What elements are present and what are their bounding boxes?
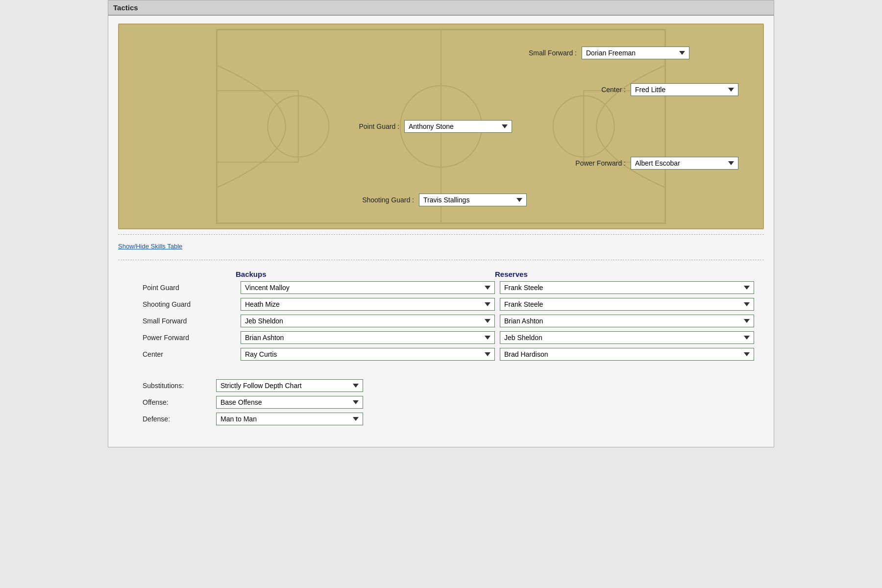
- sg-label: Shooting Guard :: [345, 196, 414, 204]
- depth-pg-reserve-select[interactable]: Frank Steele: [500, 281, 754, 294]
- defense-row: Defense: Man to Man: [128, 413, 754, 425]
- window-title: Tactics: [113, 3, 138, 12]
- depth-sg-row: Shooting Guard Heath Mize Frank Steele: [128, 298, 754, 311]
- court-section: Small Forward : Dorian Freeman Center : …: [118, 24, 764, 229]
- depth-chart-section: Backups Reserves Point Guard Vincent Mal…: [118, 265, 764, 374]
- depth-pf-label: Power Forward: [128, 334, 236, 342]
- main-window: Tactics: [108, 0, 774, 447]
- sf-label: Small Forward :: [508, 49, 577, 57]
- divider-2: [118, 260, 764, 260]
- c-select[interactable]: Fred Little: [631, 83, 738, 96]
- pf-select[interactable]: Albert Escobar: [631, 157, 738, 170]
- backups-header: Backups: [236, 270, 495, 278]
- depth-sf-row: Small Forward Jeb Sheldon Brian Ashton: [128, 315, 754, 327]
- show-hide-skills-link[interactable]: Show/Hide Skills Table: [118, 243, 182, 250]
- content-area: Small Forward : Dorian Freeman Center : …: [108, 16, 774, 447]
- starter-pg-row: Point Guard : Anthony Stone: [118, 120, 748, 133]
- reserves-header: Reserves: [495, 270, 754, 278]
- substitutions-select[interactable]: Strictly Follow Depth Chart: [216, 379, 363, 392]
- depth-c-row: Center Ray Curtis Brad Hardison: [128, 348, 754, 361]
- defense-select[interactable]: Man to Man: [216, 413, 363, 425]
- pg-select[interactable]: Anthony Stone: [404, 120, 512, 133]
- substitutions-label: Substitutions:: [128, 382, 211, 390]
- starter-pf-row: Power Forward : Albert Escobar: [134, 157, 738, 170]
- depth-sf-reserve-select[interactable]: Brian Ashton: [500, 315, 754, 327]
- title-bar: Tactics: [108, 0, 774, 16]
- depth-sf-label: Small Forward: [128, 317, 236, 325]
- substitutions-row: Substitutions: Strictly Follow Depth Cha…: [128, 379, 754, 392]
- sf-select[interactable]: Dorian Freeman: [582, 47, 689, 59]
- offense-label: Offense:: [128, 398, 211, 406]
- depth-pf-reserve-select[interactable]: Jeb Sheldon: [500, 331, 754, 344]
- starter-sg-row: Shooting Guard : Travis Stallings: [124, 194, 748, 206]
- sub-options-section: Substitutions: Strictly Follow Depth Cha…: [118, 374, 764, 439]
- depth-sg-backup-select[interactable]: Heath Mize: [241, 298, 495, 311]
- pg-label: Point Guard :: [331, 122, 399, 130]
- depth-c-backup-select[interactable]: Ray Curtis: [241, 348, 495, 361]
- divider-1: [118, 234, 764, 235]
- sg-select[interactable]: Travis Stallings: [419, 194, 527, 206]
- depth-c-reserve-select[interactable]: Brad Hardison: [500, 348, 754, 361]
- depth-pf-row: Power Forward Brian Ashton Jeb Sheldon: [128, 331, 754, 344]
- depth-pf-backup-select[interactable]: Brian Ashton: [241, 331, 495, 344]
- starter-sf-row: Small Forward : Dorian Freeman: [134, 47, 689, 59]
- depth-pg-label: Point Guard: [128, 284, 236, 292]
- c-label: Center :: [557, 86, 626, 94]
- depth-sg-label: Shooting Guard: [128, 300, 236, 308]
- depth-pg-backup-select[interactable]: Vincent Malloy: [241, 281, 495, 294]
- depth-pg-row: Point Guard Vincent Malloy Frank Steele: [128, 281, 754, 294]
- depth-sg-reserve-select[interactable]: Frank Steele: [500, 298, 754, 311]
- depth-c-label: Center: [128, 350, 236, 358]
- offense-row: Offense: Base Offense: [128, 396, 754, 409]
- defense-label: Defense:: [128, 415, 211, 423]
- starter-c-row: Center : Fred Little: [134, 83, 738, 96]
- depth-header-row: Backups Reserves: [128, 270, 754, 278]
- pf-label: Power Forward :: [557, 159, 626, 167]
- offense-select[interactable]: Base Offense: [216, 396, 363, 409]
- position-col-header: [128, 270, 236, 278]
- depth-sf-backup-select[interactable]: Jeb Sheldon: [241, 315, 495, 327]
